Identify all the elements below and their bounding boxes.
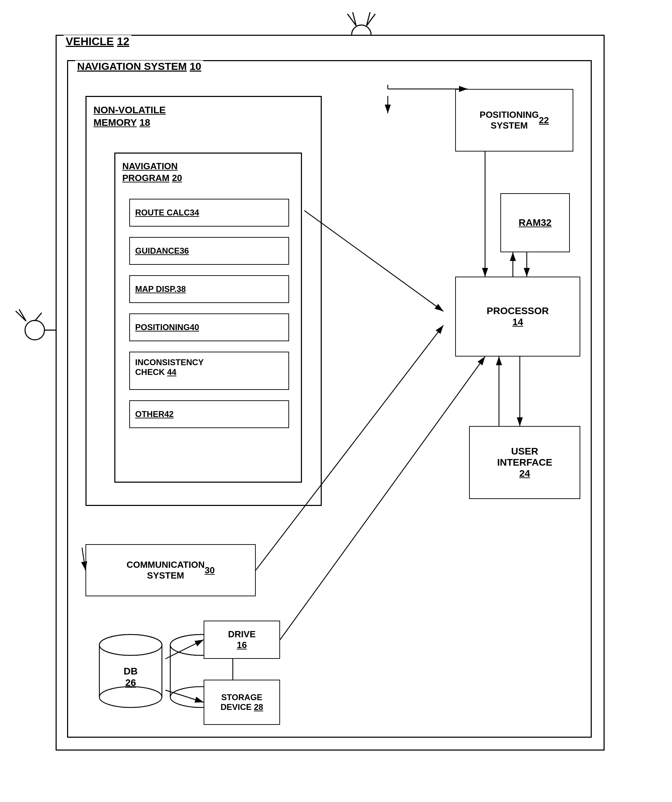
vehicle-number: 12 (117, 35, 129, 48)
route-calc-number: 34 (190, 208, 199, 218)
ui-number: 24 (519, 468, 530, 479)
positioning-system-number: 22 (539, 115, 549, 126)
nvm-text2: MEMORY (94, 117, 137, 128)
ram-box: RAM32 (500, 193, 570, 252)
positioning-number: 40 (190, 322, 199, 332)
nvm-text1: NON-VOLATILE (94, 105, 166, 115)
svg-line-35 (82, 548, 86, 570)
nav-system-label: NAVIGATION SYSTEM 10 (75, 60, 203, 72)
module-inconsistency-check: INCONSISTENCYCHECK 44 (129, 352, 289, 390)
other-number: 42 (164, 409, 174, 419)
nav-system-number: 10 (190, 60, 201, 72)
map-disp-label: MAP DISP. (135, 284, 176, 294)
module-route-calc: ROUTE CALC 34 (129, 199, 289, 226)
processor-box: PROCESSOR14 (455, 276, 580, 357)
vehicle-label-text: VEHICLE (66, 35, 114, 48)
module-map-disp: MAP DISP. 38 (129, 275, 289, 303)
guidance-number: 36 (179, 246, 189, 256)
map-disp-number: 38 (176, 284, 186, 294)
svg-line-29 (304, 210, 443, 311)
module-positioning: POSITIONING 40 (129, 314, 289, 341)
svg-text:26: 26 (125, 677, 136, 688)
nvm-box: NON-VOLATILE MEMORY 18 NAVIGATION PROGRA… (86, 96, 322, 506)
svg-point-14 (99, 687, 162, 708)
drive-number: 16 (237, 640, 247, 650)
diagram-container: VEHICLE 12 NAVIGATION SYSTEM 10 NON-VOLA… (42, 21, 625, 778)
guidance-label: GUIDANCE (135, 246, 179, 256)
nav-prog-text2: PROGRAM (122, 173, 170, 183)
nvm-label: NON-VOLATILE MEMORY 18 (94, 104, 166, 129)
drive-box: DRIVE16 (204, 621, 280, 659)
svg-point-6 (25, 320, 44, 340)
vehicle-box: VEHICLE 12 NAVIGATION SYSTEM 10 NON-VOLA… (56, 35, 604, 750)
comm-system-box: COMMUNICATIONSYSTEM 30 (86, 544, 256, 596)
module-other: OTHER 42 (129, 400, 289, 428)
positioning-label: POSITIONING (135, 322, 190, 332)
nav-prog-text1: NAVIGATION (122, 161, 178, 171)
ram-label: RAM (519, 217, 541, 228)
other-label: OTHER (135, 409, 164, 419)
route-calc-label: ROUTE CALC (135, 208, 190, 218)
svg-line-9 (35, 313, 42, 321)
svg-text:DB: DB (124, 666, 137, 677)
nav-system-box: NAVIGATION SYSTEM 10 NON-VOLATILE MEMORY… (67, 60, 592, 738)
processor-number: 14 (512, 317, 523, 327)
nav-system-text: NAVIGATION SYSTEM (77, 60, 187, 72)
vehicle-label: VEHICLE 12 (64, 35, 131, 48)
nav-prog-box: NAVIGATION PROGRAM 20 ROUTE CALC 34 GUID… (114, 152, 302, 483)
module-guidance: GUIDANCE 36 (129, 237, 289, 265)
user-interface-box: USERINTERFACE24 (469, 426, 580, 499)
ram-number: 32 (541, 217, 551, 228)
nvm-number: 18 (139, 117, 150, 128)
positioning-system-box: POSITIONINGSYSTEM 22 (455, 89, 573, 152)
nav-prog-number: 20 (172, 173, 182, 183)
inconsistency-number: 44 (167, 367, 176, 377)
storage-number: 28 (254, 702, 263, 711)
storage-device-box: STORAGEDEVICE 28 (204, 680, 280, 725)
nav-prog-label: NAVIGATION PROGRAM 20 (122, 160, 182, 184)
comm-system-number: 30 (205, 565, 215, 576)
antenna-left (14, 309, 56, 345)
